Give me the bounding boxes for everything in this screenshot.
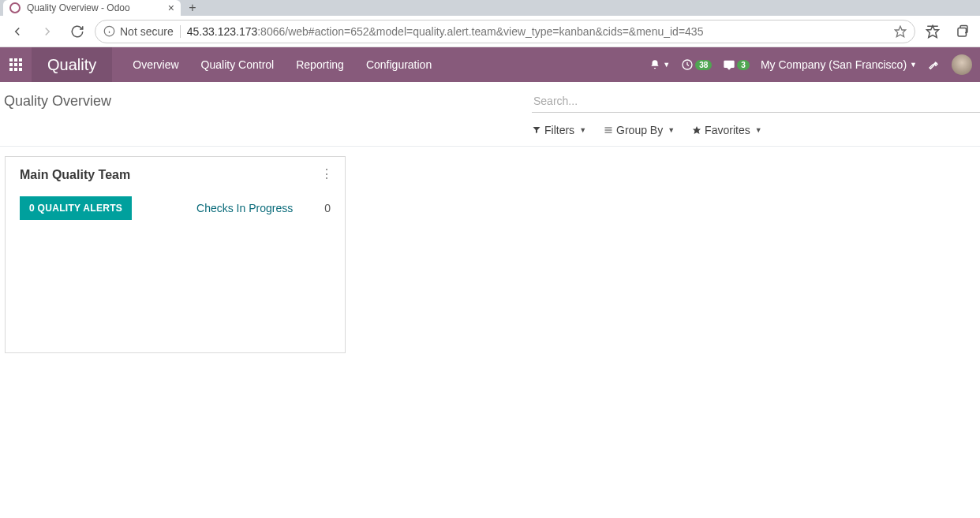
notifications-button[interactable]: ▼ bbox=[649, 59, 670, 70]
activities-badge: 38 bbox=[695, 60, 712, 70]
menu-configuration[interactable]: Configuration bbox=[355, 47, 443, 82]
bell-icon bbox=[649, 59, 660, 70]
activities-button[interactable]: 38 bbox=[681, 58, 712, 71]
wrench-icon bbox=[928, 58, 941, 71]
star-icon bbox=[692, 125, 701, 135]
search-input[interactable] bbox=[532, 90, 980, 112]
apps-grid-icon bbox=[9, 58, 22, 71]
funnel-icon bbox=[532, 125, 541, 135]
navbar-right: ▼ 38 3 My Company (San Francisco) ▼ bbox=[649, 54, 980, 75]
menu-items: Overview Quality Control Reporting Confi… bbox=[122, 47, 443, 82]
url-text: 45.33.123.173:8066/web#action=652&model=… bbox=[187, 25, 888, 38]
security-status[interactable]: Not secure bbox=[103, 25, 181, 38]
menu-overview[interactable]: Overview bbox=[122, 47, 189, 82]
groupby-button[interactable]: Group By ▼ bbox=[604, 124, 675, 136]
svg-marker-4 bbox=[927, 25, 939, 37]
svg-rect-12 bbox=[19, 63, 22, 66]
not-secure-label: Not secure bbox=[120, 25, 174, 38]
svg-marker-3 bbox=[895, 26, 905, 36]
back-button[interactable] bbox=[5, 19, 30, 44]
debug-button[interactable] bbox=[928, 58, 941, 71]
chat-icon bbox=[723, 58, 735, 71]
breadcrumb: Quality Overview bbox=[4, 93, 532, 110]
odoo-navbar: Quality Overview Quality Control Reporti… bbox=[0, 47, 980, 82]
tab-title: Quality Overview - Odoo bbox=[27, 2, 168, 13]
svg-rect-10 bbox=[9, 63, 13, 66]
new-tab-button[interactable]: + bbox=[181, 0, 204, 16]
messages-badge: 3 bbox=[737, 60, 750, 70]
odoo-favicon-icon bbox=[9, 2, 21, 13]
menu-quality-control[interactable]: Quality Control bbox=[190, 47, 286, 82]
svg-marker-20 bbox=[693, 126, 701, 134]
svg-rect-14 bbox=[14, 68, 17, 71]
browser-tab-bar: Quality Overview - Odoo × + bbox=[0, 0, 980, 16]
svg-rect-7 bbox=[9, 58, 13, 61]
team-card[interactable]: ⋮ Main Quality Team 0 QUALITY ALERTS Che… bbox=[5, 156, 346, 353]
checks-in-progress-link[interactable]: Checks In Progress bbox=[196, 202, 293, 214]
favorites-button[interactable]: Favorites ▼ bbox=[692, 124, 762, 136]
kanban-view: ⋮ Main Quality Team 0 QUALITY ALERTS Che… bbox=[0, 147, 980, 363]
url-box[interactable]: Not secure 45.33.123.173:8066/web#action… bbox=[95, 20, 915, 43]
svg-rect-11 bbox=[14, 63, 17, 66]
card-menu-button[interactable]: ⋮ bbox=[320, 166, 334, 181]
forward-button[interactable] bbox=[35, 19, 60, 44]
favorites-icon[interactable] bbox=[920, 19, 945, 44]
browser-address-bar: Not secure 45.33.123.173:8066/web#action… bbox=[0, 16, 980, 47]
svg-rect-9 bbox=[19, 58, 22, 61]
apps-menu-button[interactable] bbox=[0, 47, 32, 82]
clock-icon bbox=[681, 58, 694, 71]
svg-rect-15 bbox=[19, 68, 22, 71]
reload-button[interactable] bbox=[65, 19, 90, 44]
app-name[interactable]: Quality bbox=[32, 47, 112, 82]
messages-button[interactable]: 3 bbox=[723, 58, 750, 71]
close-tab-icon[interactable]: × bbox=[168, 2, 174, 14]
svg-rect-13 bbox=[9, 68, 13, 71]
search-box[interactable] bbox=[532, 90, 980, 113]
quality-alerts-button[interactable]: 0 QUALITY ALERTS bbox=[20, 196, 132, 220]
team-name: Main Quality Team bbox=[20, 168, 331, 182]
info-icon bbox=[103, 25, 115, 37]
bookmark-star-icon[interactable] bbox=[894, 25, 907, 38]
filters-button[interactable]: Filters ▼ bbox=[532, 124, 586, 136]
svg-rect-8 bbox=[14, 58, 17, 61]
menu-reporting[interactable]: Reporting bbox=[285, 47, 355, 82]
collections-icon[interactable] bbox=[950, 19, 975, 44]
control-panel: Quality Overview Filters ▼ Group By ▼ Fa… bbox=[0, 82, 980, 147]
user-avatar[interactable] bbox=[952, 54, 972, 75]
browser-tab[interactable]: Quality Overview - Odoo × bbox=[3, 0, 181, 16]
checks-count: 0 bbox=[324, 202, 331, 214]
list-icon bbox=[604, 125, 613, 135]
svg-rect-6 bbox=[958, 28, 967, 36]
company-selector[interactable]: My Company (San Francisco) ▼ bbox=[761, 58, 917, 71]
